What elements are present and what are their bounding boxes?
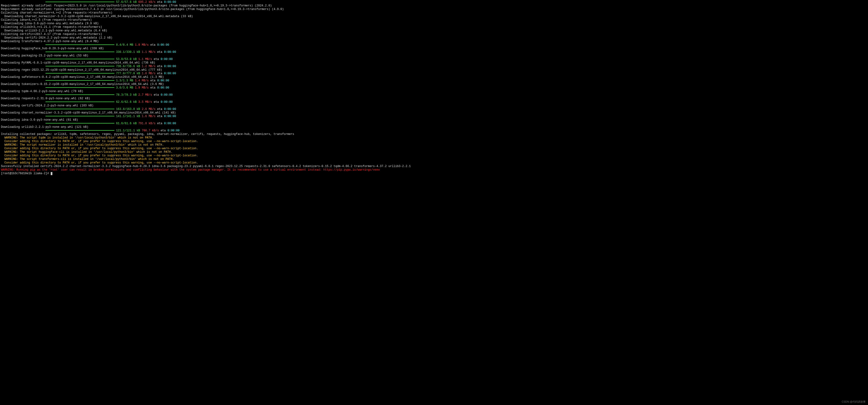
terminal-line: Downloading certifi-2024.2.2-py3-none-an… [1, 36, 867, 40]
terminal-text: eta [152, 100, 161, 104]
terminal-text [1, 72, 45, 75]
terminal-line: Downloading tokenizers-0.15.2-cp38-cp38-… [1, 82, 867, 86]
terminal-text: 0:00:00 [164, 115, 176, 118]
shell-prompt[interactable]: [root@1b3c78d10e1b llama-2]# [1, 172, 867, 175]
terminal-line: ━━━━━━━━━━━━━━━━━━━━━━━━━━━━━━━━━━━━━━━━… [1, 43, 867, 47]
terminal-text: eta [155, 65, 164, 68]
terminal-text: Installing collected packages: urllib3, … [1, 133, 294, 136]
terminal-text: eta [155, 122, 164, 125]
terminal-text: 1.1 MB/s [142, 50, 155, 54]
terminal-line: ━━━━━━━━━━━━━━━━━━━━━━━━━━━━━━━━━━━━━━━━… [1, 79, 867, 82]
terminal-text [1, 0, 45, 4]
terminal-text: 0:00:00 [164, 72, 176, 75]
terminal-text: Collecting urllib3<3,>=1.21.1 (from requ… [1, 26, 102, 29]
terminal-text: ━━━━━━━━━━━━━━━━━━━━━━━━━━━━━━━━━━━━━━━━ [45, 115, 114, 118]
terminal-text: 0:00:00 [164, 50, 176, 54]
terminal-line: Requirement already satisfied: fsspec>=2… [1, 4, 867, 8]
terminal-text: 3.5 MB/s [138, 100, 152, 104]
terminal-text [137, 0, 138, 4]
terminal-line: Downloading certifi-2024.2.2-py3-none-an… [1, 104, 867, 107]
terminal-text: 0:00:00 [161, 58, 173, 61]
terminal-text: 0:00:00 [161, 100, 173, 104]
terminal-text: WARNING: The script normalizer is instal… [1, 143, 164, 146]
terminal-text: Downloading huggingface_hub-0.20.3-py3-n… [1, 47, 104, 50]
terminal-text: 1.6 MB/s [142, 115, 155, 118]
terminal-text: WARNING: The script tqdm is installed in… [1, 136, 154, 139]
terminal-text: WARNING: The script transformers-cli is … [1, 158, 174, 161]
terminal-line: Collecting charset-normalizer<4,>=2 (fro… [1, 11, 867, 15]
terminal-text: Consider adding this directory to PATH o… [1, 140, 198, 143]
terminal-text: Downloading requests-2.31.0-py3-none-any… [1, 97, 90, 100]
terminal-text [137, 93, 138, 97]
terminal-text: WARNING: The script huggingface-cli is i… [1, 150, 173, 154]
terminal-text: Downloading idna-3.6-py3-none-any.whl.me… [1, 22, 99, 25]
terminal-line: Downloading regex-2023.12.25-cp38-cp38-m… [1, 68, 867, 72]
terminal-text [1, 93, 45, 97]
terminal-text: ━━━━━━━━━━━━━━━━━━━━━━━━━━━━━━━━━━━━━━━━ [45, 0, 114, 4]
terminal-line: Downloading huggingface_hub-0.20.3-py3-n… [1, 47, 867, 50]
terminal-text: 8.4/8.4 MB [116, 43, 133, 47]
terminal-line: Downloading urllib3-2.2.1-py3-none-any.w… [1, 29, 867, 33]
terminal-line: Downloading tqdm-4.66.2-py3-none-any.whl… [1, 90, 867, 93]
terminal-text: 0:00:00 [157, 79, 169, 82]
terminal-text: 0:00:00 [164, 65, 176, 68]
terminal-text: 1.3/1.3 MB [116, 79, 133, 82]
terminal-line: Downloading charset_normalizer-3.3.2-cp3… [1, 111, 867, 115]
terminal-text: 57.6/57.6 kB [116, 0, 136, 4]
terminal-text [1, 115, 45, 118]
terminal-text: eta [155, 72, 164, 75]
prompt-path: llama-2 [34, 172, 45, 175]
terminal-text: 0:00:00 [164, 122, 176, 125]
terminal-line: Consider adding this directory to PATH o… [1, 154, 867, 158]
terminal-text: 791.8 kB/s [138, 122, 155, 125]
terminal-line: Collecting idna<4,>=2.5 (from requests->… [1, 18, 867, 22]
terminal-text: 163.8/163.8 kB [116, 107, 140, 111]
terminal-text: Downloading idna-3.6-py3-none-any.whl (6… [1, 118, 78, 122]
terminal-line: Downloading requests-2.31.0-py3-none-any… [1, 97, 867, 100]
terminal-text: 1.8 MB/s [135, 43, 149, 47]
terminal-text: Downloading tokenizers-0.15.2-cp38-cp38-… [1, 82, 164, 86]
terminal-text: Downloading packaging-23.2-py3-none-any.… [1, 54, 88, 57]
terminal-line: ━━━━━━━━━━━━━━━━━━━━━━━━━━━━━━━━━━━━━━━━… [1, 100, 867, 104]
terminal-text: 121.1/121.1 kB [116, 129, 140, 132]
terminal-text: ━━━━━━━━━━━━━━━━━━━━━━━━━━━━━━━━━━━━━━━━ [45, 100, 114, 104]
terminal-line: Consider adding this directory to PATH o… [1, 147, 867, 150]
terminal-text: ━━━━━━━━━━━━━━━━━━━━━━━━━━━━━━━━━━━━━━━━ [45, 129, 114, 132]
terminal-text: Downloading charset_normalizer-3.3.2-cp3… [1, 111, 176, 114]
terminal-text: WARNING: Running pip as the 'root' user … [1, 168, 380, 172]
terminal-text: 78.3/78.3 kB [116, 93, 136, 97]
terminal-text: Downloading safetensors-0.4.2-cp38-cp38-… [1, 75, 164, 79]
terminal-line: Collecting urllib3<3,>=1.21.1 (from requ… [1, 26, 867, 29]
terminal-line: Downloading transformers-4.37.2-py3-none… [1, 40, 867, 43]
terminal-output[interactable]: ━━━━━━━━━━━━━━━━━━━━━━━━━━━━━━━━━━━━━━━━… [0, 0, 868, 176]
terminal-text [137, 122, 138, 125]
terminal-line: WARNING: The script transformers-cli is … [1, 158, 867, 161]
terminal-text: Downloading tqdm-4.66.2-py3-none-any.whl… [1, 90, 83, 93]
terminal-line: ━━━━━━━━━━━━━━━━━━━━━━━━━━━━━━━━━━━━━━━━… [1, 107, 867, 111]
terminal-line: ━━━━━━━━━━━━━━━━━━━━━━━━━━━━━━━━━━━━━━━━… [1, 122, 867, 125]
terminal-text: 141.1/141.1 kB [116, 115, 140, 118]
terminal-text [1, 79, 45, 82]
terminal-line: Downloading PyYAML-6.0.1-cp38-cp38-manyl… [1, 61, 867, 65]
terminal-text: 0:00:00 [157, 86, 169, 90]
terminal-text [1, 50, 45, 54]
terminal-text: eta [152, 58, 161, 61]
terminal-line: WARNING: The script normalizer is instal… [1, 143, 867, 147]
terminal-text [1, 107, 45, 111]
terminal-line: ━━━━━━━━━━━━━━━━━━━━━━━━━━━━━━━━━━━━━━━━… [1, 93, 867, 97]
terminal-text: ━━━━━━━━━━━━━━━━━━━━━━━━━━━━━━━━━━━━━━━━ [45, 107, 114, 111]
terminal-text: eta [152, 93, 161, 97]
terminal-line: ━━━━━━━━━━━━━━━━━━━━━━━━━━━━━━━━━━━━━━━━… [1, 65, 867, 68]
terminal-text: Consider adding this directory to PATH o… [1, 161, 198, 164]
terminal-text: ━━━━━━━━━━━━━━━━━━━━━━━━━━━━━━━━━━━━━━━━ [45, 122, 114, 125]
terminal-text: ━━━━━━━━━━━━━━━━━━━━━━━━━━━━━━━━━━━━━━━━ [45, 79, 114, 82]
terminal-text: 1.0 MB/s [142, 72, 155, 75]
terminal-text: 61.6/61.6 kB [116, 122, 136, 125]
prompt-user-host: [root@1b3c78d10e1b [1, 172, 34, 175]
terminal-line: ━━━━━━━━━━━━━━━━━━━━━━━━━━━━━━━━━━━━━━━━… [1, 0, 867, 4]
terminal-text: Downloading urllib3-2.2.1-py3-none-any.w… [1, 125, 88, 129]
terminal-text: 0:00:00 [167, 129, 179, 132]
prompt-suffix: ]# [45, 172, 51, 175]
terminal-text: eta [149, 86, 157, 90]
terminal-text [133, 86, 135, 90]
